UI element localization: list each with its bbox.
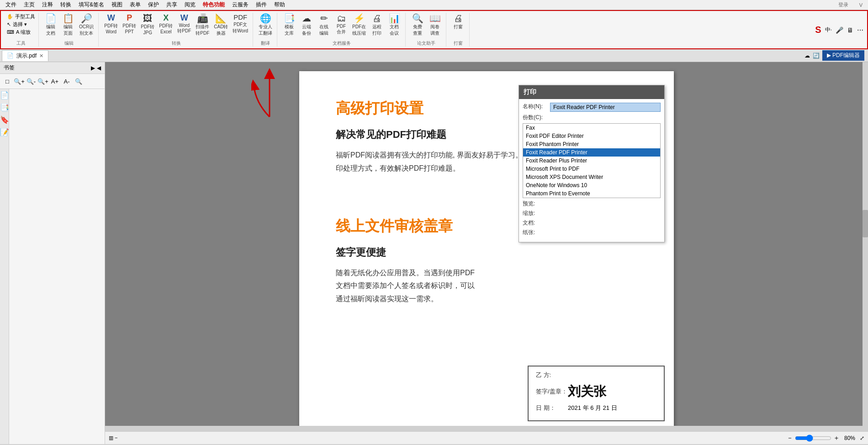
cloud-backup-btn[interactable]: ☁ 云端备份 xyxy=(298,13,315,37)
sidebar-main-area xyxy=(9,89,105,444)
menu-sign[interactable]: 填写&签名 xyxy=(75,0,108,10)
scrollbar-vertical[interactable] xyxy=(863,62,868,431)
menu-plugin[interactable]: 插件 xyxy=(252,0,270,10)
sidebar-bookmark-icon[interactable]: 📑 xyxy=(0,103,9,112)
print-btn[interactable]: 🖨 打窗 xyxy=(450,13,466,31)
printer-foxit-reader[interactable]: Foxit Reader PDF Printer xyxy=(523,148,660,157)
doc-meeting-btn[interactable]: 📊 文档会议 xyxy=(386,13,402,37)
sidebar-font-dec-btn[interactable]: A- xyxy=(61,76,72,87)
printer-evernote[interactable]: Phantom Print to Evernote xyxy=(523,189,660,198)
ocr-btn[interactable]: 🔎 OCR识别文本 xyxy=(77,13,95,37)
cad-btn[interactable]: 📐 CAD转换器 xyxy=(212,13,230,37)
menu-convert[interactable]: 转换 xyxy=(57,0,75,10)
scrollbar-horizontal[interactable] xyxy=(105,426,863,431)
printer-fax[interactable]: Fax xyxy=(523,124,660,132)
screen-icon[interactable]: 🖥 xyxy=(847,26,853,33)
printer-foxit-plus[interactable]: Foxit Reader Plus Printer xyxy=(523,157,660,165)
mic-icon[interactable]: 🎤 xyxy=(836,26,843,33)
word-pdf-label: Word转PDF xyxy=(177,23,191,34)
read-check-label: 阅卷调查 xyxy=(430,24,439,37)
remote-print-btn[interactable]: 🖨 远程打印 xyxy=(369,13,385,37)
remote-print-label: 远程打印 xyxy=(372,24,381,37)
sidebar-left-icons: 📄 📑 🔖 📝 xyxy=(0,89,9,444)
pdf-to-jpg-btn[interactable]: 🖼 PDF转JPG xyxy=(139,13,156,36)
pdf-compress-btn[interactable]: ⚡ PDF在线压缩 xyxy=(350,13,368,37)
menu-annotate[interactable]: 注释 xyxy=(38,0,57,10)
sidebar-page-icon[interactable]: 📄 xyxy=(0,91,9,99)
print-label: 打窗 xyxy=(454,24,463,30)
scan-pdf-btn[interactable]: 📠 扫描件转PDF xyxy=(194,13,211,37)
pdf-text-btn[interactable]: PDF PDF文转Word xyxy=(231,13,250,35)
pdf-to-ppt-btn[interactable]: P PDF转PPT xyxy=(121,13,138,35)
printer-ms-pdf[interactable]: Microsoft Print to PDF xyxy=(523,165,660,173)
printer-foxit-editor[interactable]: Foxit PDF Editor Printer xyxy=(523,132,660,140)
edit-doc-btn[interactable]: 📄 编辑文档 xyxy=(42,13,59,37)
scrollbar-thumb-v[interactable] xyxy=(863,210,868,237)
hand-tool-btn[interactable]: ✋ 手型工具 xyxy=(5,13,37,21)
zoom-btn[interactable]: ⌨ A 缩放 xyxy=(5,28,37,36)
sidebar-page-btn[interactable]: □ xyxy=(2,76,13,87)
edit-page-btn[interactable]: 📋 编辑页面 xyxy=(60,13,76,37)
cad-label: CAD转换器 xyxy=(214,24,228,37)
top-right-area: S 中· 🎤 🖥 ⋯ xyxy=(815,25,863,35)
menu-view[interactable]: 视图 xyxy=(108,0,126,10)
zoom-minus-btn[interactable]: － xyxy=(787,434,793,442)
signature-date-label: 日 期： xyxy=(536,404,568,412)
menu-form[interactable]: 表单 xyxy=(126,0,144,10)
sidebar-search-btn[interactable]: 🔍 xyxy=(73,76,84,87)
signature-party-label: 乙 方: xyxy=(536,371,568,379)
tab-close-btn[interactable]: ✕ xyxy=(39,53,43,59)
menu-help[interactable]: 帮助 xyxy=(270,0,289,10)
read-check-btn[interactable]: 📖 阅卷调查 xyxy=(427,13,443,37)
sidebar-next-icon[interactable]: ◀ xyxy=(97,65,101,71)
tab-icon: 📄 xyxy=(7,52,14,59)
printer-ms-xps[interactable]: Microsoft XPS Document Writer xyxy=(523,173,660,181)
edit-page-icon: 📋 xyxy=(63,14,74,23)
specialist-translate-btn[interactable]: 🌐 专业人工翻译 xyxy=(257,13,274,37)
zoom-slider[interactable] xyxy=(795,435,831,442)
pdf-merge-btn[interactable]: 🗂 PDF合并 xyxy=(333,13,349,36)
menu-protect[interactable]: 保护 xyxy=(144,0,163,10)
sidebar-zoom-out-btn[interactable]: 🔍- xyxy=(26,76,37,87)
more-icon[interactable]: ⋯ xyxy=(857,26,863,33)
print-row-copies: 份数(C): xyxy=(523,114,661,121)
menu-home[interactable]: 主页 xyxy=(20,0,38,10)
select-btn[interactable]: ↖ 选择 ▾ xyxy=(5,21,37,28)
ocr-icon: 🔎 xyxy=(81,14,92,23)
sidebar-prev-icon[interactable]: ▶ xyxy=(91,65,95,71)
menu-special[interactable]: 特色功能 xyxy=(199,0,228,10)
scan-label: 扫描件转PDF xyxy=(196,24,209,37)
menu-file[interactable]: 文件 xyxy=(2,0,20,10)
ai-buttons: 🔍 免费查重 📖 阅卷调查 xyxy=(409,13,443,37)
zoom-value: 80% xyxy=(842,435,858,441)
pdf-to-excel-btn[interactable]: X PDF转Excel xyxy=(157,13,175,35)
merge-label: PDF合并 xyxy=(337,24,346,35)
template-btn[interactable]: 📑 模板文库 xyxy=(281,13,297,37)
expand-btn[interactable]: ⤢ xyxy=(860,435,864,441)
tab-demo-pdf[interactable]: 📄 演示.pdf ✕ xyxy=(2,50,48,61)
printer-onenote[interactable]: OneNote for Windows 10 xyxy=(523,181,660,189)
free-check-btn[interactable]: 🔍 免费查重 xyxy=(409,13,426,37)
translate-label: 专业人工翻译 xyxy=(259,24,272,37)
menu-browse[interactable]: 阅览 xyxy=(181,0,199,10)
print-doc-label: 文档: xyxy=(523,219,550,227)
print-row-paper: 纸张: xyxy=(523,229,661,236)
sidebar-title: 书签 xyxy=(4,64,15,72)
lang-toggle[interactable]: 中· xyxy=(825,26,832,34)
zoom-plus-btn[interactable]: ＋ xyxy=(833,434,840,442)
sidebar-font-inc-btn[interactable]: A+ xyxy=(49,76,60,87)
tools-label: 工具 xyxy=(5,39,37,47)
sidebar-zoom-in-btn[interactable]: 🔍+ xyxy=(14,76,25,87)
menu-cloud[interactable]: 云服务 xyxy=(228,0,252,10)
printer-list: Fax Foxit PDF Editor Printer Foxit Phant… xyxy=(523,123,661,198)
sidebar-zoom-fit-btn[interactable]: 🔍+ xyxy=(37,76,48,87)
online-edit-btn[interactable]: ✏ 在线编辑 xyxy=(316,13,332,37)
printer-foxit-phantom[interactable]: Foxit Phantom Printer xyxy=(523,140,660,148)
print-name-input[interactable]: Foxit Reader PDF Printer xyxy=(550,103,661,112)
pdf-to-word-btn[interactable]: W PDF转Word xyxy=(102,13,120,35)
word-to-pdf-btn[interactable]: W Word转PDF xyxy=(175,13,193,35)
sidebar-comment-icon[interactable]: 📝 xyxy=(0,128,9,136)
sidebar-tag-icon[interactable]: 🔖 xyxy=(0,115,9,124)
translate-icon: 🌐 xyxy=(260,14,271,23)
menu-share[interactable]: 共享 xyxy=(163,0,181,10)
